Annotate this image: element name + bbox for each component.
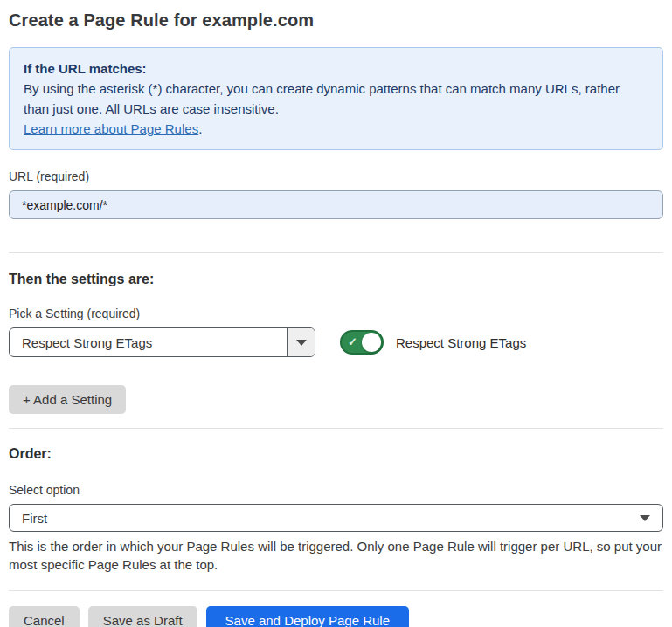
toggle-knob [362,333,381,352]
info-box-body: By using the asterisk (*) character, you… [24,79,648,119]
setting-select-value: Respect Strong ETags [10,328,287,356]
add-setting-button[interactable]: + Add a Setting [9,385,126,414]
learn-more-link[interactable]: Learn more about Page Rules [24,121,198,136]
pick-setting-label: Pick a Setting (required) [9,307,663,320]
setting-select-arrow-button[interactable] [287,328,315,356]
footer-actions: Cancel Save as Draft Save and Deploy Pag… [9,606,663,627]
chevron-down-icon [296,340,307,346]
order-section-heading: Order: [9,446,663,462]
settings-section-heading: Then the settings are: [9,272,663,287]
setting-select[interactable]: Respect Strong ETags [9,327,315,357]
page-title: Create a Page Rule for example.com [9,10,663,31]
order-select[interactable]: First [9,504,663,532]
etags-toggle[interactable]: ✓ [340,330,384,355]
info-box-heading: If the URL matches: [24,59,648,79]
save-and-deploy-button[interactable]: Save and Deploy Page Rule [206,606,409,627]
url-input[interactable] [9,190,663,219]
setting-row: Respect Strong ETags ✓ Respect Strong ET… [9,327,663,357]
section-divider [9,428,663,429]
url-matches-info-box: If the URL matches: By using the asteris… [9,47,663,150]
order-select-value: First [22,511,640,526]
order-select-label: Select option [9,483,663,497]
url-field-label: URL (required) [9,169,663,183]
chevron-down-icon [640,515,650,521]
toggle-label: Respect Strong ETags [396,335,526,350]
save-as-draft-button[interactable]: Save as Draft [88,606,197,627]
footer-divider [9,590,663,591]
link-suffix: . [198,121,202,136]
cancel-button[interactable]: Cancel [9,606,80,627]
check-icon: ✓ [348,336,357,348]
section-divider [9,252,663,253]
order-help-text: This is the order in which your Page Rul… [9,537,663,574]
info-box-link-line: Learn more about Page Rules. [24,119,648,139]
setting-toggle-group: ✓ Respect Strong ETags [340,330,526,355]
